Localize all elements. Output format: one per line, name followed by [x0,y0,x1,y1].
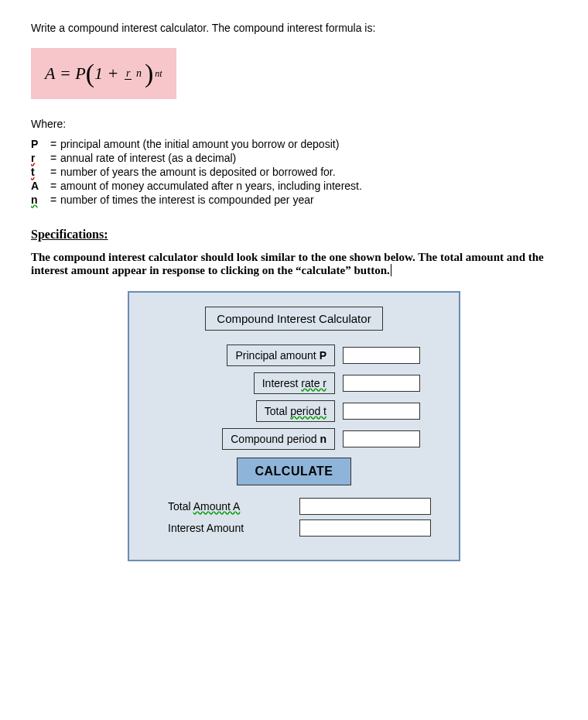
calculator-panel: Compound Interest Calculator Principal a… [128,291,460,561]
formula-rparen: ) [145,59,153,88]
definition-equals: = [46,180,60,192]
formula-one: 1 [94,63,103,84]
label-interest-rate: Interest rate r [254,372,335,394]
definition-text: number of years the amount is deposited … [60,166,557,178]
definition-equals: = [46,138,60,150]
definition-row: n=number of times the interest is compou… [31,194,557,206]
formula-eq: = [60,63,71,84]
label-principal: Principal amount P [227,345,335,366]
calculator-title: Compound Interest Calculator [205,307,382,331]
formula-A: A [45,63,55,84]
definition-equals: = [46,194,60,206]
label-total-amount: Total Amount A [145,500,299,513]
definitions-list: P=principal amount (the initial amount y… [31,138,557,206]
definition-row: t=number of years the amount is deposite… [31,166,557,178]
definition-symbol: n [31,194,46,206]
formula-exponent: nt [155,68,162,80]
text-cursor [391,264,391,276]
definition-row: P=principal amount (the initial amount y… [31,138,557,150]
intro-text: Write a compound interest calculator. Th… [31,22,557,34]
formula-lparen: ( [86,59,94,88]
definition-text: annual rate of interest (as a decimal) [60,152,557,164]
formula-fraction: r n [125,68,143,79]
definition-symbol: r [31,152,46,164]
definition-symbol: A [31,180,46,192]
formula-box: A = P ( 1 + r n ) nt [31,48,176,99]
input-principal[interactable] [343,347,420,364]
definition-equals: = [46,152,60,164]
definition-equals: = [46,166,60,178]
specifications-text: The compound interest calculator should … [31,251,557,277]
definition-symbol: P [31,138,46,150]
formula-r: r [125,67,132,80]
definition-text: number of times the interest is compound… [60,194,557,206]
label-compound-period: Compound period n [222,428,335,450]
label-interest-amount: Interest Amount [145,522,299,534]
definition-symbol: t [31,166,46,178]
definition-row: r=annual rate of interest (as a decimal) [31,152,557,164]
formula-n: n [135,67,143,79]
formula-plus: + [108,63,119,84]
specifications-heading: Specifications: [31,228,557,242]
label-total-period: Total period t [256,400,335,422]
input-interest-rate[interactable] [343,375,420,392]
calculate-button[interactable]: CALCULATE [237,458,350,485]
input-total-period[interactable] [343,403,420,420]
input-compound-period[interactable] [343,430,420,447]
where-label: Where: [31,118,557,130]
definition-text: principal amount (the initial amount you… [60,138,557,150]
definition-text: amount of money accumulated after n year… [60,180,557,192]
formula-P: P [75,63,85,84]
definition-row: A=amount of money accumulated after n ye… [31,180,557,192]
output-interest-amount [299,519,431,537]
output-total-amount [299,498,431,515]
